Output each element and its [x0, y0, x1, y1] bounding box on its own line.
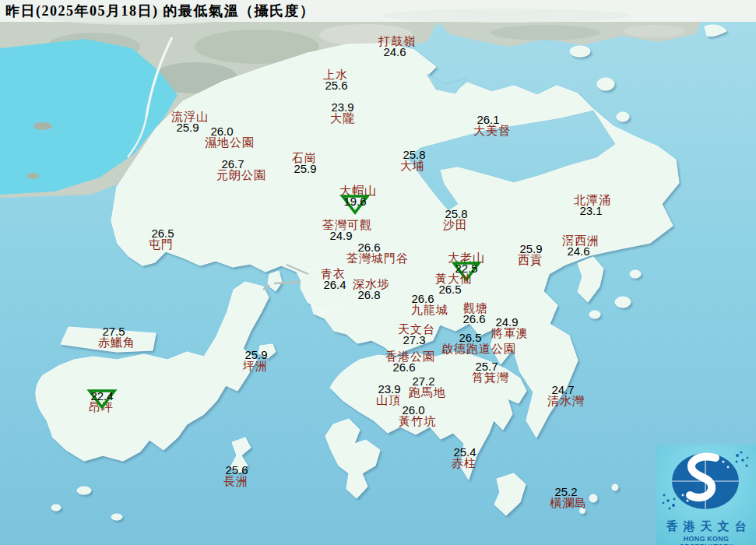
- station-value: 26.7: [199, 159, 266, 170]
- stations-layer: 打鼓嶺24.6上水25.623.9大隴流浮山25.926.0濕地公園26.7元朗…: [0, 0, 756, 545]
- hko-logo-cjk-text: 香港天文台: [656, 519, 756, 534]
- station-value: 25.8: [403, 149, 425, 160]
- station-value: 25.7: [464, 361, 509, 372]
- station-value: 26.6: [460, 314, 488, 325]
- station-name: 清水灣: [547, 396, 585, 406]
- station-sai-kung: 25.9西貢: [518, 244, 543, 265]
- station-value: 19.6: [333, 196, 377, 207]
- station-value: 26.0: [189, 126, 255, 137]
- station-the-peak: 23.9山頂: [376, 384, 401, 406]
- station-sha-tin: 25.8沙田: [443, 209, 468, 230]
- station-tsing-yi: 青衣26.4: [320, 269, 346, 290]
- station-value: 27.2: [401, 376, 446, 387]
- station-value: 26.6: [397, 294, 448, 304]
- station-value: 26.5: [151, 228, 174, 239]
- station-ta-kwu-ling: 打鼓嶺24.6: [378, 36, 416, 58]
- station-kai-tak-runway-park: 26.5啟德跑道公園: [441, 332, 516, 354]
- station-name: 西貢: [518, 255, 543, 265]
- station-value: 24.6: [557, 246, 600, 257]
- station-value: 24.6: [374, 47, 416, 58]
- map-title: 昨日(2025年05月18日) 的最低氣溫（攝氏度）: [5, 2, 315, 20]
- station-value: 26.8: [348, 290, 390, 301]
- station-value: 24.7: [541, 385, 585, 396]
- station-value: 25.4: [453, 447, 476, 458]
- station-name: 筲箕灣: [472, 372, 509, 383]
- station-tates-cairn: 大老山22.5: [448, 252, 485, 274]
- station-pak-tam-chung: 北潭涌23.1: [574, 195, 611, 216]
- station-ngong-ping: 22.4昂坪: [89, 391, 114, 413]
- station-value: 26.6: [373, 362, 435, 373]
- station-value: 22.4: [90, 391, 114, 402]
- station-name: 荃灣城門谷: [346, 253, 409, 264]
- station-shau-kei-wan: 25.7筲箕灣: [472, 361, 509, 383]
- station-value: 27.5: [92, 326, 135, 337]
- station-tsuen-wan-ho-koon: 荃灣可觀24.9: [322, 220, 372, 241]
- station-name: 啟德跑道公園: [441, 343, 516, 354]
- station-happy-valley: 27.2跑馬地: [409, 376, 446, 398]
- station-kau-sai-chau: 滘西洲24.6: [562, 235, 600, 257]
- station-tuen-mun: 26.5屯門: [148, 228, 174, 250]
- station-value: 26.1: [466, 114, 511, 125]
- station-tai-lung: 23.9大隴: [330, 102, 355, 124]
- station-value: 25.6: [225, 465, 248, 476]
- station-name: 黃竹坑: [399, 416, 436, 427]
- station-tai-mei-tuk: 26.1大美督: [473, 114, 511, 136]
- hko-logo-icon: [656, 445, 756, 518]
- station-name: 元朗公園: [216, 170, 266, 181]
- station-value: 23.9: [330, 102, 355, 113]
- station-value: 23.9: [378, 384, 401, 395]
- station-tai-po: 25.8大埔: [399, 149, 425, 171]
- hko-min-temperature-map: 昨日(2025年05月18日) 的最低氣溫（攝氏度） 打鼓嶺24.6上水25.6…: [0, 0, 756, 545]
- station-tsuen-wan-shing-mun-valley: 26.6荃灣城門谷: [346, 242, 409, 264]
- station-value: 26.6: [329, 242, 409, 253]
- station-name: 橫瀾島: [550, 498, 587, 508]
- station-hong-kong-park: 香港公園26.6: [385, 351, 435, 373]
- station-kowloon-city: 26.6九龍城: [411, 294, 448, 315]
- station-chek-lap-kok: 27.5赤鱲角: [98, 326, 135, 348]
- hko-logo-en-text: HONG KONG OBSERVATORY: [656, 535, 756, 545]
- station-name: 山頂: [376, 395, 401, 406]
- station-name: 跑馬地: [409, 387, 446, 398]
- station-value: 25.2: [545, 487, 587, 498]
- station-name: 屯門: [148, 239, 174, 250]
- station-value: 25.9: [294, 164, 317, 174]
- station-stanley: 25.4赤柱: [452, 447, 476, 469]
- station-name: 坪洲: [243, 360, 268, 371]
- station-value: 26.4: [323, 280, 346, 290]
- station-cheung-chau: 25.6長洲: [223, 465, 248, 487]
- station-name: 大美督: [473, 125, 511, 136]
- station-value: 25.9: [519, 244, 543, 255]
- station-sheung-shui: 上水25.6: [323, 69, 348, 91]
- station-waglan-island: 25.2橫瀾島: [550, 487, 587, 508]
- station-value: 25.8: [445, 209, 468, 220]
- station-name: 赤柱: [452, 458, 476, 469]
- station-name: 大埔: [399, 160, 425, 171]
- station-peng-chau: 25.9坪洲: [243, 350, 268, 371]
- station-yuen-long-park: 26.7元朗公園: [216, 159, 266, 181]
- station-wetland-park: 26.0濕地公園: [205, 126, 255, 148]
- station-value: 25.9: [244, 350, 268, 360]
- station-value: 26.0: [391, 405, 436, 416]
- station-name: 沙田: [443, 220, 468, 230]
- station-name: 長洲: [223, 476, 248, 487]
- station-name: 大隴: [330, 113, 355, 124]
- station-value: 24.9: [310, 230, 372, 241]
- station-name: 九龍城: [411, 304, 448, 315]
- station-sham-shui-po: 深水埗26.8: [353, 279, 390, 301]
- station-shek-kong: 石崗25.9: [292, 153, 317, 174]
- station-tai-mo-shan: 大帽山19.6: [339, 185, 377, 207]
- station-value: 26.5: [424, 332, 516, 343]
- station-clear-water-bay: 24.7清水灣: [547, 385, 585, 406]
- station-name: 赤鱲角: [98, 337, 135, 348]
- station-value: 24.9: [485, 317, 529, 328]
- station-value: 23.1: [571, 206, 611, 216]
- station-wong-chuk-hang: 26.0黃竹坑: [399, 405, 436, 427]
- station-wong-tai-sin: 黃大仙26.5: [435, 273, 473, 295]
- station-name: 濕地公園: [205, 137, 255, 148]
- hko-logo-block: 香港天文台 HONG KONG OBSERVATORY: [656, 445, 756, 545]
- station-value: 25.6: [325, 80, 348, 91]
